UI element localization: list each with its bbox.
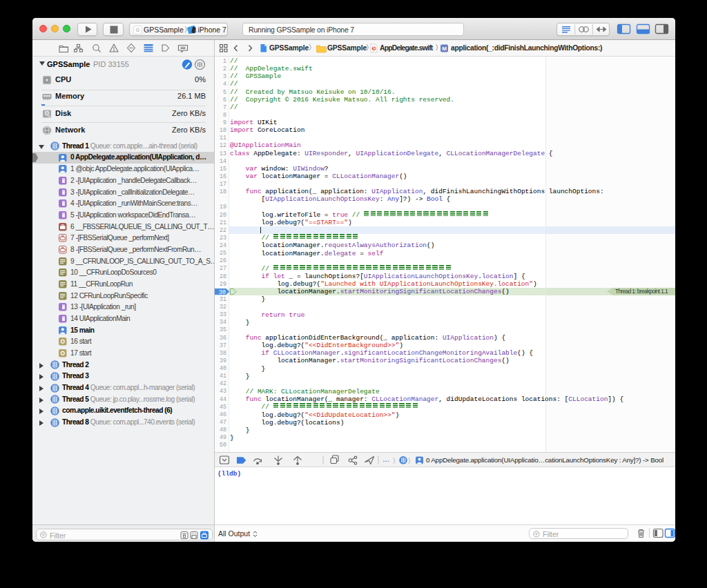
svg-text:〉: 〉 [408,456,411,464]
svg-text:…: … [382,455,389,463]
svg-text:〉: 〉 [393,456,396,464]
svg-text:30: 30 [219,288,226,295]
svg-text:M: M [442,46,447,52]
